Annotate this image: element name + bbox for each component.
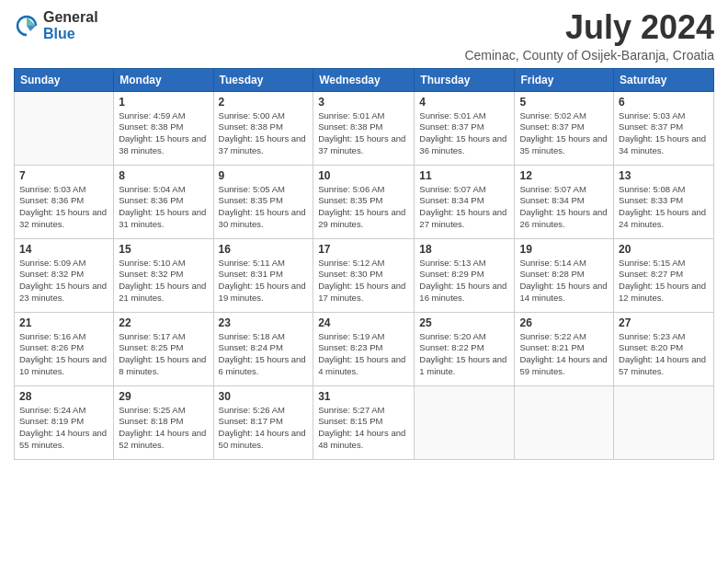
week-row-3: 14Sunrise: 5:09 AMSunset: 8:32 PMDayligh… [15,238,714,312]
day-info: Sunrise: 5:20 AMSunset: 8:22 PMDaylight:… [419,331,509,378]
calendar-cell: 13Sunrise: 5:08 AMSunset: 8:33 PMDayligh… [614,165,714,238]
day-number: 17 [318,243,409,256]
day-info: Sunrise: 5:01 AMSunset: 8:38 PMDaylight:… [318,110,409,157]
day-info: Sunrise: 5:13 AMSunset: 8:29 PMDaylight:… [419,258,509,304]
day-number: 20 [619,243,709,256]
calendar-cell: 25Sunrise: 5:20 AMSunset: 8:22 PMDayligh… [415,312,515,385]
title-section: July 2024 Ceminac, County of Osijek-Bara… [464,9,714,63]
weekday-header-tuesday: Tuesday [213,68,313,91]
week-row-1: 1Sunrise: 4:59 AMSunset: 8:38 PMDaylight… [15,91,714,165]
day-info: Sunrise: 5:06 AMSunset: 8:35 PMDaylight:… [318,184,409,231]
day-info: Sunrise: 5:12 AMSunset: 8:30 PMDaylight:… [318,258,409,304]
day-number: 1 [119,96,208,109]
day-info: Sunrise: 5:03 AMSunset: 8:37 PMDaylight:… [619,110,709,157]
day-number: 27 [619,316,709,329]
day-number: 19 [519,243,609,256]
calendar-cell: 3Sunrise: 5:01 AMSunset: 8:38 PMDaylight… [313,91,415,165]
day-info: Sunrise: 5:26 AMSunset: 8:17 PMDaylight:… [219,405,309,452]
day-info: Sunrise: 5:19 AMSunset: 8:23 PMDaylight:… [318,331,409,378]
day-info: Sunrise: 5:09 AMSunset: 8:32 PMDaylight:… [19,258,108,304]
calendar-cell [614,385,714,459]
calendar-cell: 16Sunrise: 5:11 AMSunset: 8:31 PMDayligh… [213,238,313,312]
calendar-cell: 28Sunrise: 5:24 AMSunset: 8:19 PMDayligh… [15,385,114,459]
weekday-header-saturday: Saturday [614,68,714,91]
day-number: 22 [119,316,208,329]
day-info: Sunrise: 5:24 AMSunset: 8:19 PMDaylight:… [19,405,108,452]
day-info: Sunrise: 5:27 AMSunset: 8:15 PMDaylight:… [318,405,409,452]
logo-text: General Blue [43,9,98,41]
day-number: 18 [419,243,509,256]
calendar-cell: 20Sunrise: 5:15 AMSunset: 8:27 PMDayligh… [614,238,714,312]
calendar-cell: 5Sunrise: 5:02 AMSunset: 8:37 PMDaylight… [515,91,614,165]
calendar-cell: 1Sunrise: 4:59 AMSunset: 8:38 PMDaylight… [114,91,213,165]
day-number: 8 [119,169,208,182]
calendar-cell: 31Sunrise: 5:27 AMSunset: 8:15 PMDayligh… [313,385,415,459]
day-number: 15 [119,243,208,256]
day-number: 14 [19,243,108,256]
day-number: 5 [519,96,609,109]
location: Ceminac, County of Osijek-Baranja, Croat… [464,48,714,63]
month-title: July 2024 [464,9,714,46]
weekday-header-monday: Monday [114,68,213,91]
logo-blue: Blue [43,26,98,42]
calendar-cell: 22Sunrise: 5:17 AMSunset: 8:25 PMDayligh… [114,312,213,385]
calendar-cell: 29Sunrise: 5:25 AMSunset: 8:18 PMDayligh… [114,385,213,459]
calendar-cell: 21Sunrise: 5:16 AMSunset: 8:26 PMDayligh… [15,312,114,385]
day-info: Sunrise: 5:25 AMSunset: 8:18 PMDaylight:… [119,405,208,452]
day-number: 16 [219,243,309,256]
calendar-cell: 7Sunrise: 5:03 AMSunset: 8:36 PMDaylight… [15,165,114,238]
logo: General Blue [14,9,98,41]
day-number: 24 [318,316,409,329]
day-info: Sunrise: 5:03 AMSunset: 8:36 PMDaylight:… [19,184,108,231]
week-row-5: 28Sunrise: 5:24 AMSunset: 8:19 PMDayligh… [15,385,714,459]
day-info: Sunrise: 5:16 AMSunset: 8:26 PMDaylight:… [19,331,108,378]
day-number: 23 [219,316,309,329]
day-info: Sunrise: 5:08 AMSunset: 8:33 PMDaylight:… [619,184,709,231]
day-number: 4 [419,96,509,109]
day-number: 29 [119,390,208,403]
day-number: 11 [419,169,509,182]
calendar-cell: 12Sunrise: 5:07 AMSunset: 8:34 PMDayligh… [515,165,614,238]
calendar-cell [415,385,515,459]
day-info: Sunrise: 5:11 AMSunset: 8:31 PMDaylight:… [219,258,309,304]
day-info: Sunrise: 5:02 AMSunset: 8:37 PMDaylight:… [519,110,609,157]
day-number: 26 [519,316,609,329]
calendar-cell: 23Sunrise: 5:18 AMSunset: 8:24 PMDayligh… [213,312,313,385]
calendar-cell: 10Sunrise: 5:06 AMSunset: 8:35 PMDayligh… [313,165,415,238]
calendar-cell: 24Sunrise: 5:19 AMSunset: 8:23 PMDayligh… [313,312,415,385]
day-number: 2 [219,96,309,109]
weekday-header-wednesday: Wednesday [313,68,415,91]
calendar: SundayMondayTuesdayWednesdayThursdayFrid… [14,68,714,460]
day-info: Sunrise: 5:23 AMSunset: 8:20 PMDaylight:… [619,331,709,378]
day-number: 25 [419,316,509,329]
day-number: 7 [19,169,108,182]
calendar-cell: 19Sunrise: 5:14 AMSunset: 8:28 PMDayligh… [515,238,614,312]
day-info: Sunrise: 5:15 AMSunset: 8:27 PMDaylight:… [619,258,709,304]
calendar-cell: 15Sunrise: 5:10 AMSunset: 8:32 PMDayligh… [114,238,213,312]
calendar-cell: 18Sunrise: 5:13 AMSunset: 8:29 PMDayligh… [415,238,515,312]
calendar-cell: 17Sunrise: 5:12 AMSunset: 8:30 PMDayligh… [313,238,415,312]
day-info: Sunrise: 5:00 AMSunset: 8:38 PMDaylight:… [219,110,309,157]
day-number: 3 [318,96,409,109]
calendar-cell [515,385,614,459]
day-number: 13 [619,169,709,182]
weekday-header-row: SundayMondayTuesdayWednesdayThursdayFrid… [15,68,714,91]
day-number: 30 [219,390,309,403]
weekday-header-thursday: Thursday [415,68,515,91]
day-info: Sunrise: 5:07 AMSunset: 8:34 PMDaylight:… [519,184,609,231]
day-info: Sunrise: 5:05 AMSunset: 8:35 PMDaylight:… [219,184,309,231]
calendar-cell: 9Sunrise: 5:05 AMSunset: 8:35 PMDaylight… [213,165,313,238]
page: General Blue July 2024 Ceminac, County o… [0,0,728,563]
day-number: 21 [19,316,108,329]
logo-general: General [43,9,98,26]
day-number: 28 [19,390,108,403]
day-number: 9 [219,169,309,182]
logo-icon [14,13,40,39]
day-info: Sunrise: 5:01 AMSunset: 8:37 PMDaylight:… [419,110,509,157]
day-number: 31 [318,390,409,403]
calendar-cell [15,91,114,165]
calendar-cell: 6Sunrise: 5:03 AMSunset: 8:37 PMDaylight… [614,91,714,165]
day-info: Sunrise: 5:04 AMSunset: 8:36 PMDaylight:… [119,184,208,231]
calendar-cell: 26Sunrise: 5:22 AMSunset: 8:21 PMDayligh… [515,312,614,385]
calendar-cell: 4Sunrise: 5:01 AMSunset: 8:37 PMDaylight… [415,91,515,165]
